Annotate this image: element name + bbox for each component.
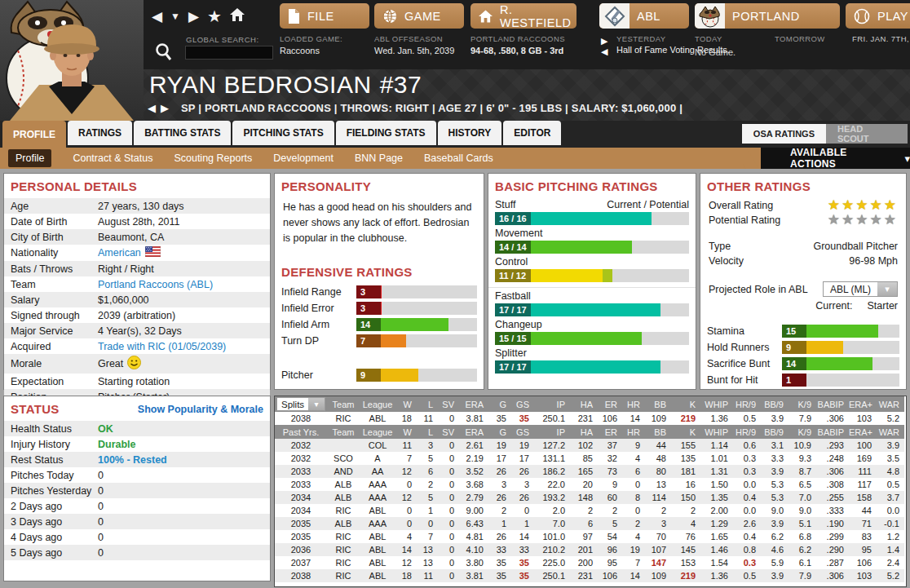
menu-button-file[interactable]: FILE bbox=[280, 3, 369, 29]
table-row[interactable]: 2034RICABL0109.00202.0220222.000.09.09.0… bbox=[275, 504, 904, 517]
prev-player-icon[interactable]: ◀ bbox=[148, 102, 156, 114]
global-search-input[interactable] bbox=[185, 46, 273, 60]
col-era[interactable]: ERA+ bbox=[849, 425, 877, 439]
prev-day-icon[interactable]: ◀ bbox=[601, 46, 607, 57]
next-player-icon[interactable]: ▶ bbox=[161, 102, 169, 114]
stat-cell: .306 bbox=[816, 412, 849, 425]
available-actions-button[interactable]: AVAILABLE ACTIONS bbox=[790, 147, 895, 170]
col-babip[interactable]: BABIP bbox=[816, 396, 849, 412]
subtab-profile[interactable]: Profile bbox=[8, 149, 51, 167]
col-league[interactable]: League bbox=[360, 396, 395, 412]
chevron-down-icon[interactable]: ▾ bbox=[904, 153, 910, 165]
col-era[interactable]: ERA bbox=[459, 425, 488, 439]
detail-value[interactable]: Portland Raccoons (ABL) bbox=[98, 279, 213, 290]
col-whip[interactable]: WHIP bbox=[700, 396, 733, 412]
stat-cell: 103 bbox=[849, 412, 877, 425]
col-er[interactable]: ER bbox=[598, 425, 622, 439]
subtab-baseball-cards[interactable]: Baseball Cards bbox=[424, 153, 493, 164]
subtab-scouting-reports[interactable]: Scouting Reports bbox=[174, 153, 252, 164]
col-g[interactable]: G bbox=[488, 396, 511, 412]
subtab-development[interactable]: Development bbox=[273, 153, 334, 164]
col-k[interactable]: K bbox=[671, 396, 700, 412]
col-l[interactable]: L bbox=[417, 396, 438, 412]
home-icon[interactable] bbox=[230, 8, 245, 25]
stat-cell: 7.9 bbox=[789, 569, 816, 582]
col-bb9[interactable]: BB/9 bbox=[761, 425, 789, 439]
menu-button-portland[interactable]: PORTLAND bbox=[695, 3, 840, 29]
show-popularity-morale-link[interactable]: Show Popularity & Morale bbox=[138, 404, 263, 415]
col-gs[interactable]: GS bbox=[511, 396, 534, 412]
menu-button-manager[interactable]: R. WESTFIELD bbox=[470, 3, 576, 29]
col-war[interactable]: WAR bbox=[877, 425, 904, 439]
table-row[interactable]: 2034ALBAAA12502.792626193.21486081141501… bbox=[275, 491, 904, 504]
table-row[interactable]: 2033ANDAA12603.522626186.2165736801811.3… bbox=[275, 465, 904, 478]
col-era[interactable]: ERA bbox=[459, 396, 488, 412]
detail-value[interactable]: Trade with RIC (01/05/2039) bbox=[98, 341, 226, 352]
detail-value[interactable]: American bbox=[98, 246, 161, 259]
table-row[interactable]: 2035ALBAAA0006.43117.0652341.292.63.95.1… bbox=[275, 517, 904, 530]
col-hr[interactable]: HR bbox=[622, 396, 645, 412]
stat-cell: 3.68 bbox=[459, 478, 488, 491]
col-l[interactable]: L bbox=[417, 425, 438, 439]
col-ip[interactable]: IP bbox=[534, 425, 570, 439]
head-scout-button[interactable]: HEAD SCOUT bbox=[826, 124, 908, 144]
col-g[interactable]: G bbox=[488, 425, 511, 439]
col-k[interactable]: K bbox=[671, 425, 700, 439]
col-bb[interactable]: BB bbox=[645, 396, 671, 412]
col-hr9[interactable]: HR/9 bbox=[733, 396, 761, 412]
table-row[interactable]: 2036RICABL141304.103333210.2201961910714… bbox=[275, 543, 904, 556]
tab-profile[interactable]: PROFILE bbox=[2, 121, 66, 148]
col-k9[interactable]: K/9 bbox=[789, 396, 816, 412]
col-sv[interactable]: SV bbox=[438, 396, 459, 412]
projected-role-dropdown[interactable]: ABL (ML) ▾ bbox=[823, 281, 898, 297]
table-row[interactable]: 2037RICABL121303.803535225.0200957147153… bbox=[275, 556, 904, 569]
col-ha[interactable]: HA bbox=[570, 396, 598, 412]
col-k9[interactable]: K/9 bbox=[789, 425, 816, 439]
col-team[interactable]: Team bbox=[327, 425, 360, 439]
stat-cell: 76 bbox=[671, 530, 700, 543]
col-team[interactable]: Team bbox=[327, 396, 360, 412]
col-whip[interactable]: WHIP bbox=[700, 425, 733, 439]
col-bb9[interactable]: BB/9 bbox=[761, 396, 789, 412]
col-hr[interactable]: HR bbox=[622, 425, 645, 439]
table-row[interactable]: 2033ALBAAA0203.683322.0209013161.500.05.… bbox=[275, 478, 904, 491]
col-era[interactable]: ERA+ bbox=[849, 396, 877, 412]
tab-history[interactable]: HISTORY bbox=[438, 121, 502, 145]
col-bb[interactable]: BB bbox=[645, 425, 671, 439]
col-ha[interactable]: HA bbox=[570, 425, 598, 439]
col-er[interactable]: ER bbox=[598, 396, 622, 412]
caret-down-icon[interactable]: ▼ bbox=[170, 11, 180, 22]
col-league[interactable]: League bbox=[360, 425, 395, 439]
subtab-contract-status[interactable]: Contract & Status bbox=[73, 153, 152, 164]
col-hr9[interactable]: HR/9 bbox=[733, 425, 761, 439]
col-war[interactable]: WAR bbox=[877, 396, 904, 412]
table-row[interactable]: 2032COL11302.611919127.2102379441551.140… bbox=[275, 439, 904, 452]
tab-ratings[interactable]: RATINGS bbox=[68, 121, 132, 145]
menu-button-play[interactable]: PLAY bbox=[846, 3, 910, 29]
splits-dropdown[interactable]: Splits▾ bbox=[276, 397, 325, 411]
next-day-icon[interactable]: ▶ bbox=[601, 36, 607, 46]
table-row[interactable]: 2035RICABL4704.812614101.09754470761.650… bbox=[275, 530, 904, 543]
osa-ratings-button[interactable]: OSA RATINGS bbox=[742, 124, 826, 144]
col-sv[interactable]: SV bbox=[438, 425, 459, 439]
forward-arrow-icon[interactable]: ▶ bbox=[188, 8, 199, 25]
table-row[interactable]: 2038RICABL181103.813535250.1231106141092… bbox=[275, 569, 904, 582]
col-gs[interactable]: GS bbox=[511, 425, 534, 439]
detail-value: 0 bbox=[98, 485, 104, 497]
subtab-bnn-page[interactable]: BNN Page bbox=[355, 153, 403, 164]
menu-button-abl[interactable]: ABL bbox=[599, 3, 689, 29]
col-ip[interactable]: IP bbox=[534, 396, 570, 412]
tab-fielding-stats[interactable]: FIELDING STATS bbox=[336, 121, 436, 145]
favorite-star-icon[interactable]: ★ bbox=[207, 7, 222, 26]
table-row[interactable]: 2032SCOA7502.191717131.185324481351.010.… bbox=[275, 452, 904, 465]
menu-button-game[interactable]: GAME bbox=[374, 3, 464, 29]
col-w[interactable]: W bbox=[395, 396, 417, 412]
tab-editor[interactable]: EDITOR bbox=[503, 121, 561, 145]
col-babip[interactable]: BABIP bbox=[816, 425, 849, 439]
col-w[interactable]: W bbox=[395, 425, 417, 439]
detail-label: Health Status bbox=[11, 423, 98, 435]
table-row[interactable]: 2038RICABL181103.813535250.1231106141092… bbox=[275, 412, 904, 425]
back-arrow-icon[interactable]: ◀ bbox=[152, 8, 162, 25]
tab-pitching-stats[interactable]: PITCHING STATS bbox=[232, 121, 334, 145]
tab-batting-stats[interactable]: BATTING STATS bbox=[134, 121, 231, 145]
